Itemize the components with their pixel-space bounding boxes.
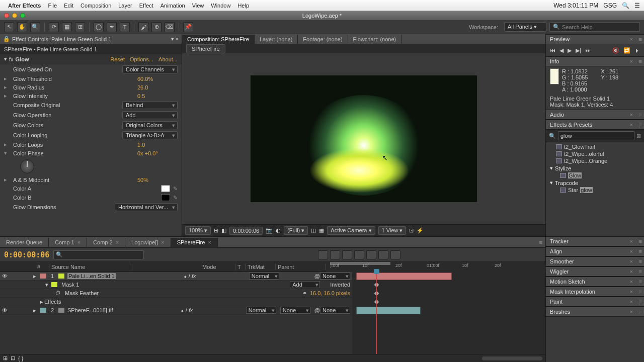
app-menu[interactable]: After Effects	[8, 3, 41, 9]
timeline-tracks[interactable]	[352, 272, 545, 354]
toggle-modes-icon[interactable]: ⊡	[11, 355, 15, 361]
motion-sketch-panel[interactable]: Motion Sketch×≡	[546, 277, 644, 287]
pan-behind-tool[interactable]: ⊞	[75, 22, 85, 32]
prop-colors[interactable]: Original Colors	[122, 121, 178, 129]
tab-logowipe[interactable]: Logowipe[]×	[125, 238, 171, 247]
roi-icon[interactable]: ◫	[311, 227, 316, 234]
menu-view[interactable]: View	[192, 3, 204, 9]
text-tool[interactable]: T	[120, 22, 130, 32]
menu-composition[interactable]: Composition	[80, 3, 111, 9]
layer-name[interactable]: SPhereF...0018].tif	[66, 307, 181, 313]
effects-presets-header[interactable]: Effects & Presets×≡	[546, 120, 644, 130]
align-panel[interactable]: Align×≡	[546, 246, 644, 256]
effect-folder-trapcode[interactable]: ▾ Trapcode	[546, 179, 644, 187]
layer-name[interactable]: Pale Li...en Solid 1	[67, 273, 116, 279]
ram-preview-button[interactable]: ⏵	[634, 47, 640, 53]
preset-item[interactable]: t2_Wipe...olorful	[546, 150, 644, 157]
blend-mode-select[interactable]: Normal	[249, 273, 279, 280]
loop-button[interactable]: 🔁	[623, 47, 630, 54]
tab-footage[interactable]: Footage: (none)	[298, 35, 348, 44]
menu-layer[interactable]: Layer	[118, 3, 132, 9]
tab-comp1[interactable]: Comp 1×	[49, 238, 87, 247]
layer-bar-1[interactable]	[356, 273, 452, 280]
tab-spherefire[interactable]: SPhereFire×	[171, 238, 218, 247]
mask-mode-select[interactable]: Add	[290, 281, 320, 288]
effects-search-input[interactable]	[558, 131, 634, 140]
workspace-select[interactable]: All Panels ▾	[504, 22, 546, 32]
composition-viewer[interactable]: ↖	[182, 53, 545, 224]
phase-dial[interactable]	[20, 159, 34, 173]
tab-render-queue[interactable]: Render Queue	[0, 238, 49, 247]
menu-file[interactable]: File	[48, 3, 57, 9]
first-frame-button[interactable]: ⏮	[550, 47, 555, 53]
camera-select[interactable]: Active Camera ▾	[327, 226, 375, 235]
menu-animation[interactable]: Animation	[160, 3, 185, 9]
comp-name-chip[interactable]: SPhereFire	[186, 44, 225, 53]
spotlight-icon[interactable]: 🔍	[622, 2, 629, 9]
mask-name[interactable]: Mask 1	[60, 282, 290, 288]
mask-feather-value[interactable]: 16.0, 16.0 pixels	[310, 290, 350, 296]
twirl-icon[interactable]: ▾	[45, 282, 48, 288]
clone-tool[interactable]: ⊕	[151, 22, 162, 32]
prop-looping[interactable]: Triangle A>B>A	[122, 131, 178, 139]
color-b-swatch[interactable]	[161, 194, 170, 201]
prop-dimensions[interactable]: Horizontal and Ver...	[115, 203, 178, 211]
preset-item[interactable]: t2_Wipe...Orange	[546, 157, 644, 164]
brackets-icon[interactable]: { }	[18, 355, 23, 361]
audio-panel-header[interactable]: Audio×≡	[546, 110, 644, 120]
comp-mini-flowchart-button[interactable]	[318, 250, 328, 259]
menu-extras-icon[interactable]: ☰	[634, 2, 640, 9]
tracker-panel[interactable]: Tracker×≡	[546, 236, 644, 246]
menu-help[interactable]: Help	[237, 3, 249, 9]
transparency-icon[interactable]: ▦	[319, 227, 324, 234]
effect-controls-tab[interactable]: 🔒 Effect Controls: Pale Lime Green Solid…	[0, 34, 182, 44]
effect-reset[interactable]: Reset	[110, 56, 125, 62]
tab-flowchart[interactable]: Flowchart: (none)	[348, 35, 402, 44]
time-ruler[interactable]: ):00f 10f 20f 01:00f 10f 20f	[326, 262, 545, 272]
eyedropper-icon[interactable]: ✎	[173, 186, 178, 192]
brushes-panel[interactable]: Brushes×≡	[546, 307, 644, 317]
tab-comp2[interactable]: Comp 2×	[87, 238, 125, 247]
clear-search-icon[interactable]: ⊠	[636, 133, 641, 139]
zoom-select[interactable]: 100% ▾	[185, 226, 211, 235]
effect-twirl[interactable]: ▾	[4, 56, 7, 62]
mask-inverted[interactable]: Inverted	[330, 282, 350, 288]
mask-interpolation-panel[interactable]: Mask Interpolation×≡	[546, 287, 644, 297]
timeline-search[interactable]: 🔍	[53, 250, 144, 259]
effect-name[interactable]: Glow	[16, 56, 106, 62]
trkmat-select[interactable]: None	[280, 307, 310, 314]
snapshot-icon[interactable]: 📷	[266, 227, 273, 234]
effect-starglow[interactable]: Starglow	[546, 187, 644, 194]
tab-layer[interactable]: Layer: (none)	[255, 35, 298, 44]
parent-select[interactable]: None	[320, 307, 350, 314]
smoother-panel[interactable]: Smoother×≡	[546, 256, 644, 266]
zoom-tool[interactable]: 🔍	[30, 22, 40, 32]
effect-options[interactable]: Options...	[130, 56, 153, 62]
parent-pickwhip-icon[interactable]: @	[314, 307, 320, 313]
current-timecode[interactable]: 0:00:00:06	[4, 250, 49, 259]
eraser-tool[interactable]: ⌫	[165, 22, 175, 32]
close-window-button[interactable]	[4, 13, 9, 18]
mask-color-swatch[interactable]	[51, 282, 57, 287]
prop-radius[interactable]: 26.0	[137, 84, 178, 90]
pen-tool[interactable]: ✒	[107, 22, 117, 32]
rotate-tool[interactable]: ⟳	[49, 22, 59, 32]
prop-loops[interactable]: 1.0	[137, 142, 178, 148]
shape-tool[interactable]: ◯	[94, 22, 104, 32]
layer-row-2[interactable]: 👁 ▸ 2 SPhereF...0018].tif ⬥/fx Normal No…	[0, 306, 352, 315]
grid-icon[interactable]: ⊞	[214, 227, 218, 234]
panel-menu-icon[interactable]: ≡	[536, 239, 545, 245]
prev-frame-button[interactable]: ◀	[559, 47, 564, 54]
color-a-swatch[interactable]	[161, 185, 170, 192]
effect-folder-stylize[interactable]: ▾ Stylize	[546, 164, 644, 172]
search-help-field[interactable]: 🔍 Search Help	[549, 22, 640, 32]
layer-bar-2[interactable]	[356, 307, 421, 314]
visibility-icon[interactable]: 👁	[2, 273, 8, 279]
constrain-icon[interactable]: ⚭	[302, 290, 307, 297]
effect-glow[interactable]: Glow	[546, 172, 644, 179]
menu-effect[interactable]: Effect	[139, 3, 153, 9]
blend-mode-select[interactable]: Normal	[246, 307, 276, 314]
visibility-icon[interactable]: 👁	[2, 307, 8, 313]
puppet-tool[interactable]: 📌	[183, 22, 193, 32]
zoom-slider[interactable]	[482, 356, 542, 360]
